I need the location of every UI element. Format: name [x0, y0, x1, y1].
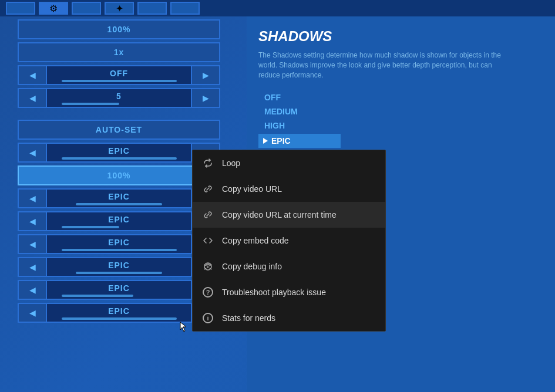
shadow-option-high[interactable]: HIGH: [258, 120, 543, 131]
slider-epic3: [62, 226, 119, 228]
info-icon: i: [202, 312, 214, 324]
setting-autoset[interactable]: AUTO-SET: [18, 120, 220, 140]
setting-5-row: ◀ 5 ▶: [18, 88, 220, 108]
menu-item-troubleshoot[interactable]: ? Troubleshoot playback issue: [193, 279, 385, 305]
shadow-option-medium[interactable]: MEDIUM: [258, 106, 543, 117]
setting-off-row: ◀ OFF ▶: [18, 65, 220, 85]
setting-100pct-2[interactable]: 100%: [18, 165, 220, 185]
top-bar: ⚙ ✦: [0, 0, 555, 16]
setting-5-prev[interactable]: ◀: [18, 88, 47, 108]
question-icon: ?: [202, 286, 214, 298]
slider-epic4: [62, 249, 177, 251]
setting-epic3-center: EPIC: [47, 211, 191, 231]
setting-epic1-prev[interactable]: ◀: [18, 143, 47, 163]
slider-epic5: [76, 272, 162, 274]
debug-icon: [202, 261, 214, 272]
setting-off-next[interactable]: ▶: [191, 65, 220, 85]
menu-item-debug-info[interactable]: Copy debug info: [193, 254, 385, 279]
setting-epic4-center: EPIC: [47, 234, 191, 254]
menu-embed-code-label: Copy embed code: [222, 236, 376, 245]
slider-epic6: [62, 295, 134, 297]
code-icon: [202, 235, 214, 246]
setting-epic4-prev[interactable]: ◀: [18, 234, 47, 254]
menu-debug-info-label: Copy debug info: [222, 262, 376, 271]
slider-5: [62, 103, 119, 105]
shadows-description: The Shadows setting determine how much s…: [258, 50, 511, 80]
setting-epic5-center: EPIC: [47, 257, 191, 277]
context-menu: Loop Copy video URL Copy video URL at cu…: [192, 150, 386, 332]
shadows-options: OFF MEDIUM HIGH EPIC: [258, 92, 543, 148]
slider-off: [62, 80, 177, 82]
topbar-tab6[interactable]: [170, 2, 200, 15]
slider-epic1: [62, 157, 177, 160]
setting-epic7-prev[interactable]: ◀: [18, 303, 47, 323]
topbar-tab1[interactable]: [6, 2, 35, 15]
spacer: [18, 111, 220, 117]
shadows-title: SHADOWS: [258, 28, 543, 45]
setting-100pct[interactable]: 100%: [18, 19, 220, 39]
topbar-tab3[interactable]: [72, 2, 101, 15]
menu-copy-url-time-label: Copy video URL at current time: [222, 210, 376, 219]
setting-off-center: OFF: [47, 65, 191, 85]
setting-epic1-center: EPIC: [47, 143, 191, 163]
menu-copy-url-label: Copy video URL: [222, 184, 376, 194]
setting-epic3-prev[interactable]: ◀: [18, 211, 47, 231]
setting-epic2-prev[interactable]: ◀: [18, 188, 47, 208]
setting-epic5-prev[interactable]: ◀: [18, 257, 47, 277]
menu-item-stats[interactable]: i Stats for nerds: [193, 305, 385, 331]
setting-epic2-center: EPIC: [47, 188, 191, 208]
shadow-option-epic[interactable]: EPIC: [258, 134, 341, 148]
setting-epic6-prev[interactable]: ◀: [18, 280, 47, 300]
topbar-tab4[interactable]: ✦: [105, 2, 134, 15]
setting-1x[interactable]: 1x: [18, 42, 220, 62]
menu-troubleshoot-label: Troubleshoot playback issue: [222, 288, 376, 297]
topbar-tab5[interactable]: [137, 2, 167, 15]
link-icon: [202, 183, 214, 195]
selected-triangle-icon: [263, 138, 268, 144]
setting-off-prev[interactable]: ◀: [18, 65, 47, 85]
slider-epic2: [76, 203, 162, 205]
menu-item-embed-code[interactable]: Copy embed code: [193, 228, 385, 254]
setting-epic-7-row: ◀ EPIC ▶: [18, 303, 220, 323]
setting-epic-5-row: ◀ EPIC ▶: [18, 257, 220, 277]
setting-epic-1-row: ◀ EPIC ▶: [18, 143, 220, 163]
setting-epic7-center: EPIC: [47, 303, 191, 323]
setting-epic-4-row: ◀ EPIC ▶: [18, 234, 220, 254]
menu-loop-label: Loop: [222, 158, 376, 168]
left-settings-panel: 100% 1x ◀ OFF ▶ ◀ 5 ▶ AUTO-SET ◀ EPIC ▶: [18, 16, 220, 386]
setting-epic-3-row: ◀ EPIC ▶: [18, 211, 220, 231]
setting-epic-2-row: ◀ EPIC ▶: [18, 188, 220, 208]
menu-item-loop[interactable]: Loop: [193, 150, 385, 176]
menu-item-copy-url[interactable]: Copy video URL: [193, 176, 385, 202]
slider-epic7: [62, 317, 177, 320]
link-clock-icon: [202, 209, 214, 221]
shadow-option-off[interactable]: OFF: [258, 92, 543, 103]
loop-icon: [202, 157, 214, 169]
setting-epic6-center: EPIC: [47, 280, 191, 300]
setting-5-next[interactable]: ▶: [191, 88, 220, 108]
menu-stats-label: Stats for nerds: [222, 313, 376, 323]
setting-epic-6-row: ◀ EPIC ▶: [18, 280, 220, 300]
topbar-gear[interactable]: ⚙: [39, 2, 68, 15]
setting-5-center: 5: [47, 88, 191, 108]
menu-item-copy-url-time[interactable]: Copy video URL at current time: [193, 202, 385, 228]
